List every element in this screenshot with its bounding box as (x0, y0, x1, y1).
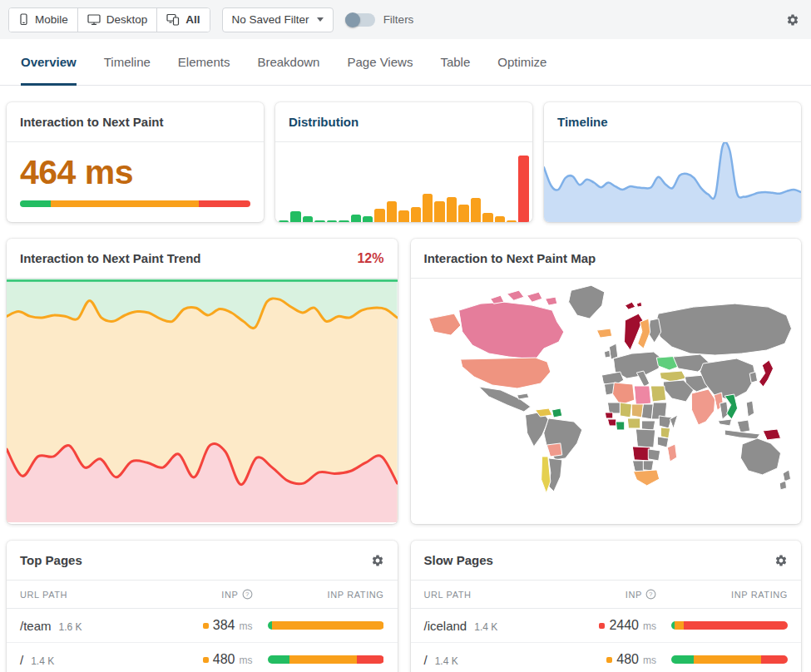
tab-elements[interactable]: Elements (178, 39, 230, 85)
help-icon[interactable]: ? (645, 589, 656, 600)
map-region-iceland[interactable] (596, 329, 611, 338)
pages-row: Top Pages URL PATH INP? INP RATING /team… (7, 541, 801, 672)
card-title[interactable]: Distribution (289, 115, 359, 130)
gear-icon[interactable] (371, 554, 384, 567)
rating-segment (671, 655, 694, 664)
histogram-bar[interactable] (398, 210, 408, 222)
map-region-south_africa[interactable] (633, 470, 659, 486)
map-region-kenya[interactable] (660, 427, 670, 438)
map-region-libya[interactable] (634, 386, 650, 405)
map-region-argentina[interactable] (548, 458, 561, 492)
histogram-bar[interactable] (447, 197, 457, 222)
gear-icon[interactable] (786, 13, 799, 27)
gear-icon[interactable] (774, 554, 788, 567)
map-region-egypt[interactable] (650, 386, 665, 402)
map-region-cuba[interactable] (517, 393, 528, 399)
map-region-bolivia[interactable] (546, 443, 561, 457)
map-region-greenland[interactable] (568, 285, 604, 319)
map-region-drc[interactable] (635, 429, 655, 447)
timeline-area-chart[interactable] (544, 142, 801, 222)
map-region-tanzania[interactable] (657, 437, 668, 447)
map-region-nigeria[interactable] (627, 418, 640, 428)
map-region-car[interactable] (641, 421, 655, 430)
histogram-bar[interactable] (290, 211, 300, 222)
tab-breakdown[interactable]: Breakdown (257, 39, 319, 85)
tab-page-views[interactable]: Page Views (347, 39, 413, 85)
map-region-angola[interactable] (632, 447, 650, 461)
map-region-mexico[interactable] (478, 387, 530, 412)
map-region-borneo[interactable] (737, 420, 749, 432)
trend-stacked-area-chart[interactable] (7, 279, 398, 524)
map-region-somalia[interactable] (670, 415, 677, 428)
tab-optimize[interactable]: Optimize (497, 39, 546, 85)
map-region-guinea[interactable] (607, 419, 616, 426)
all-devices-icon (166, 13, 180, 26)
card-title: Interaction to Next Paint (20, 115, 164, 130)
map-region-png[interactable] (763, 429, 780, 440)
map-region-canada[interactable] (458, 302, 563, 359)
table-row[interactable]: /1.4 K480ms (411, 643, 802, 672)
map-region-algeria[interactable] (612, 383, 634, 405)
card-header: Interaction to Next Paint Map (411, 239, 802, 279)
device-filter-mobile[interactable]: Mobile (9, 8, 78, 32)
tab-timeline[interactable]: Timeline (104, 39, 151, 85)
histogram-bar[interactable] (279, 220, 289, 222)
device-filter-desktop[interactable]: Desktop (78, 8, 158, 32)
histogram-bar[interactable] (303, 216, 313, 222)
card-title[interactable]: Timeline (557, 115, 608, 130)
histogram-bar[interactable] (314, 220, 324, 222)
map-region-madagascar[interactable] (667, 444, 676, 462)
histogram-bar[interactable] (339, 220, 349, 222)
histogram-bar[interactable] (507, 220, 517, 222)
map-region-new_zealand[interactable] (779, 470, 790, 490)
histogram-bar[interactable] (374, 209, 384, 222)
map-region-alaska[interactable] (428, 314, 460, 335)
histogram-bar[interactable] (434, 201, 444, 222)
map-region-ireland[interactable] (604, 350, 610, 358)
map-region-russia[interactable] (655, 304, 791, 355)
map-region-korea[interactable] (749, 372, 757, 383)
map-region-mali[interactable] (620, 403, 631, 418)
help-icon[interactable]: ? (242, 589, 253, 600)
map-region-svalbard[interactable] (625, 302, 641, 309)
histogram-bar[interactable] (518, 156, 528, 222)
map-region-usa[interactable] (460, 358, 550, 388)
table-row[interactable]: /1.4 K480ms (7, 643, 398, 672)
map-region-japan[interactable] (759, 360, 773, 387)
device-filter-all[interactable]: All (157, 8, 209, 32)
card-title: Interaction to Next Paint Trend (20, 251, 201, 266)
saved-filter-dropdown[interactable]: No Saved Filter (222, 7, 334, 32)
map-region-zambia[interactable] (648, 449, 660, 461)
histogram-bar[interactable] (411, 207, 421, 222)
url-path-cell: /iceland1.4 K (424, 619, 549, 633)
histogram-bar[interactable] (387, 201, 397, 222)
histogram-bar[interactable] (495, 216, 505, 222)
map-region-senegal[interactable] (605, 413, 612, 418)
table-row[interactable]: /iceland1.4 K2440ms (411, 609, 802, 643)
distribution-histogram[interactable] (275, 142, 532, 222)
histogram-bar[interactable] (423, 194, 433, 222)
tab-table[interactable]: Table (440, 39, 470, 85)
map-region-australia[interactable] (740, 438, 780, 475)
tab-overview[interactable]: Overview (21, 39, 77, 85)
histogram-bar[interactable] (458, 205, 468, 222)
map-region-philippines[interactable] (746, 401, 754, 417)
map-region-uk[interactable] (609, 343, 617, 359)
card-header: Distribution (275, 102, 532, 142)
histogram-bar[interactable] (351, 215, 361, 222)
map-region-guyana[interactable] (551, 408, 561, 418)
histogram-bar[interactable] (327, 220, 337, 222)
histogram-bar[interactable] (363, 216, 373, 222)
table-row[interactable]: /team1.6 K384ms (7, 609, 398, 643)
filters-toggle[interactable] (345, 13, 375, 27)
map-region-botswana[interactable] (643, 461, 653, 471)
map-region-mauritania[interactable] (607, 403, 620, 413)
map-region-thailand[interactable] (720, 402, 728, 419)
map-region-malaysia[interactable] (718, 419, 731, 426)
histogram-bar[interactable] (471, 198, 481, 222)
histogram-bar[interactable] (482, 213, 492, 222)
sample-count: 1.4 K (474, 621, 497, 633)
map-region-ghana[interactable] (616, 422, 624, 430)
map-region-ethiopia[interactable] (659, 416, 671, 428)
map-region-india[interactable] (691, 389, 715, 425)
